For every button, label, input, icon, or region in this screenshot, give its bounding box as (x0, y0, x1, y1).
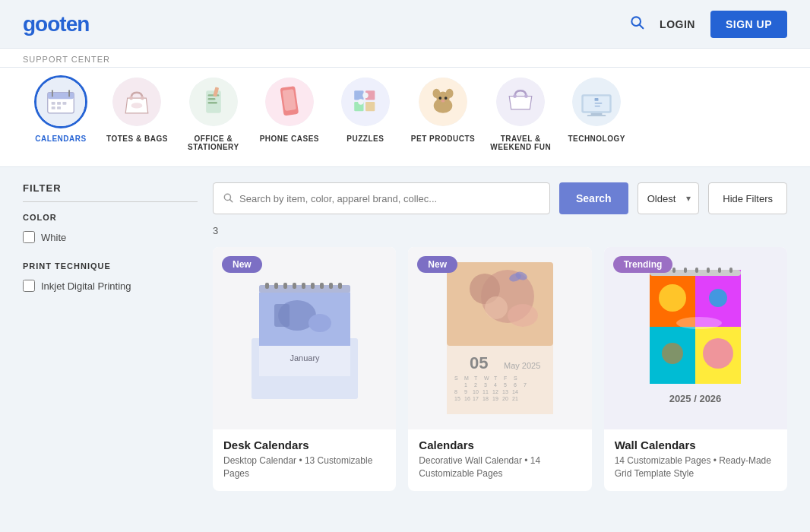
category-item-totes-bags[interactable]: TOTES & BAGS (99, 75, 176, 143)
svg-rect-59 (293, 283, 296, 289)
product-card-desk-calendars[interactable]: New (213, 247, 396, 491)
svg-text:S: S (454, 375, 458, 381)
technology-icon-wrap (570, 75, 623, 128)
svg-point-31 (362, 93, 368, 98)
white-checkbox[interactable] (23, 231, 35, 243)
svg-rect-61 (311, 283, 315, 289)
category-item-calendars[interactable]: CALENDARS (23, 75, 99, 143)
hide-filters-button[interactable]: Hide Filters (708, 182, 787, 214)
technology-label: TECHNOLOGY (568, 135, 625, 143)
svg-line-52 (230, 199, 233, 201)
totes-bags-label: TOTES & BAGS (106, 135, 168, 143)
category-item-phone-cases[interactable]: PHONE CASES (252, 75, 327, 143)
svg-rect-29 (365, 102, 375, 111)
category-nav: CALENDARS TOTES & BAGS (0, 68, 810, 167)
category-item-technology[interactable]: TECHNOLOGY (558, 75, 634, 143)
svg-text:T: T (494, 375, 498, 381)
svg-rect-47 (587, 115, 606, 116)
svg-point-14 (141, 97, 144, 100)
svg-text:9: 9 (464, 389, 467, 394)
svg-point-39 (441, 100, 445, 103)
sort-dropdown[interactable]: Oldest ▾ Oldest Newest Name A-Z Name Z-A (638, 182, 700, 214)
search-input[interactable] (239, 193, 540, 204)
svg-rect-62 (320, 283, 324, 289)
category-item-office-stationery[interactable]: OFFICE & STATIONERY (176, 75, 252, 151)
svg-line-1 (640, 25, 644, 29)
svg-text:13: 13 (502, 389, 508, 394)
products-area: Search Oldest ▾ Oldest Newest Name A-Z N… (213, 182, 787, 491)
desk-calendar-image: January (236, 262, 373, 414)
svg-text:W: W (484, 375, 489, 381)
svg-text:F: F (504, 375, 507, 381)
svg-rect-48 (595, 98, 599, 101)
product-desc-wall-calendars: 14 Customizable Pages • Ready-Made Grid … (615, 454, 777, 480)
product-card-calendars[interactable]: New (408, 247, 591, 491)
svg-text:T: T (474, 375, 478, 381)
filter-title: FILTER (23, 182, 198, 202)
svg-text:12: 12 (492, 389, 498, 394)
svg-rect-125 (695, 268, 698, 273)
search-input-wrap (213, 182, 550, 214)
svg-rect-4 (48, 93, 74, 100)
svg-point-13 (130, 97, 134, 100)
search-icon-button[interactable] (629, 14, 644, 33)
svg-text:S: S (514, 375, 517, 381)
product-card-wall-calendars[interactable]: Trending (604, 247, 787, 491)
technology-icon (572, 76, 621, 128)
office-stationery-icon (189, 76, 238, 128)
svg-text:17: 17 (473, 396, 479, 401)
svg-point-36 (446, 89, 454, 98)
svg-rect-50 (595, 106, 600, 106)
puzzles-label: PUZZLES (346, 135, 384, 143)
category-item-travel[interactable]: TRAVEL & WEEKEND FUN (483, 75, 558, 151)
print-section-title: PRINT TECHNIQUE (23, 261, 198, 271)
filter-option-inkjet[interactable]: Inkjet Digital Printing (23, 280, 198, 292)
product-name-calendars: Calendars (419, 439, 581, 451)
print-technique-section: PRINT TECHNIQUE Inkjet Digital Printing (23, 261, 198, 292)
svg-text:21: 21 (512, 396, 518, 401)
svg-point-42 (524, 94, 528, 98)
svg-rect-123 (672, 268, 676, 273)
svg-text:M: M (464, 375, 469, 381)
product-image-desk-calendars: New (213, 247, 396, 429)
signup-button[interactable]: SIGN UP (710, 11, 787, 38)
category-item-pet-products[interactable]: PET PRODUCTS (403, 75, 483, 143)
svg-text:05: 05 (470, 353, 488, 372)
svg-rect-46 (591, 113, 603, 115)
svg-point-67 (308, 314, 331, 332)
product-desc-calendars: Decorative Wall Calendar • 14 Customizab… (419, 454, 581, 480)
filter-option-white[interactable]: White (23, 231, 198, 243)
calendars-icon (36, 76, 85, 128)
category-item-puzzles[interactable]: PUZZLES (327, 75, 403, 143)
puzzles-icon-wrap (339, 75, 392, 128)
svg-point-35 (432, 89, 440, 98)
color-section-title: COLOR (23, 213, 198, 222)
svg-text:6: 6 (514, 382, 517, 388)
svg-rect-8 (57, 102, 61, 105)
login-button[interactable]: LOGIN (660, 18, 695, 30)
svg-rect-60 (302, 283, 305, 289)
svg-point-41 (513, 94, 517, 98)
svg-rect-11 (57, 106, 61, 109)
product-info-calendars: Calendars Decorative Wall Calendar • 14 … (408, 429, 591, 491)
svg-rect-126 (707, 268, 710, 273)
svg-rect-68 (274, 304, 290, 327)
search-button[interactable]: Search (559, 182, 628, 214)
search-field-icon (223, 192, 233, 205)
svg-text:January: January (290, 353, 320, 363)
svg-point-76 (485, 296, 508, 319)
white-label: White (41, 232, 66, 243)
svg-text:2: 2 (474, 382, 477, 388)
svg-text:2025 / 2026: 2025 / 2026 (669, 393, 722, 404)
svg-point-116 (659, 284, 686, 312)
office-stationery-label: OFFICE & STATIONERY (188, 135, 239, 151)
totes-bags-icon (112, 76, 161, 128)
svg-point-75 (508, 304, 538, 327)
svg-point-25 (341, 78, 390, 126)
office-stationery-icon-wrap (187, 75, 240, 128)
inkjet-checkbox[interactable] (23, 280, 35, 292)
product-name-desk-calendars: Desk Calendars (223, 439, 385, 451)
svg-point-117 (709, 289, 727, 307)
svg-text:11: 11 (483, 389, 489, 394)
phone-cases-icon-wrap (263, 75, 316, 128)
